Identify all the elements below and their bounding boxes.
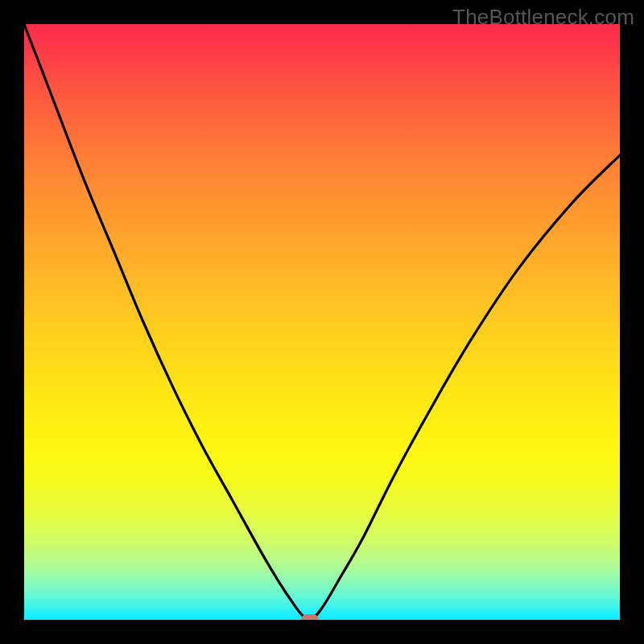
optimum-marker	[301, 614, 319, 620]
curve-svg	[24, 24, 620, 620]
watermark-text: TheBottleneck.com	[452, 5, 634, 30]
bottleneck-curve	[24, 24, 620, 620]
plot-area	[24, 24, 620, 620]
